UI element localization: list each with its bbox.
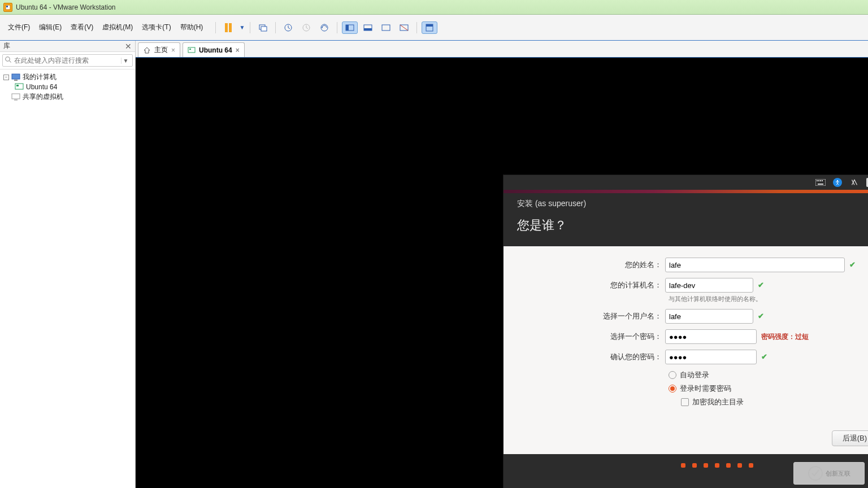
view-fullwidth-icon[interactable] — [360, 21, 376, 34]
svg-rect-27 — [817, 180, 818, 181]
search-dropdown-icon[interactable]: ▼ — [121, 58, 130, 64]
vm-display[interactable]: En 安装 (as superuser) 您是谁？ 您的姓名： ✔ 您的计算机名 — [136, 58, 868, 488]
user-input[interactable] — [665, 309, 753, 324]
installer-heading: 您是谁？ — [504, 209, 868, 246]
window-title: Ubuntu 64 - VMware Workstation — [16, 3, 116, 11]
view-unity-icon[interactable] — [396, 21, 412, 34]
content-area: 主页 × Ubuntu 64 × En — [136, 41, 868, 488]
view-library-icon[interactable] — [422, 21, 437, 34]
window-titlebar: Ubuntu 64 - VMware Workstation — [0, 0, 868, 15]
search-input[interactable] — [14, 56, 119, 64]
tab-home-label: 主页 — [154, 45, 168, 55]
watermark-text: 创新互联 — [826, 470, 850, 477]
tab-vm-close-icon[interactable]: × — [236, 46, 240, 54]
password-label: 选择一个密码： — [517, 332, 665, 342]
tree-item-label: Ubuntu 64 — [26, 83, 57, 91]
app-icon — [3, 3, 12, 12]
password-input[interactable] — [665, 329, 757, 344]
sidebar-close-icon[interactable]: ✕ — [125, 42, 132, 51]
watermark: 创新互联 — [793, 462, 865, 485]
tree-shared-vms[interactable]: 共享的虚拟机 — [3, 91, 132, 102]
tree-collapse-icon[interactable]: − — [3, 75, 9, 80]
installer-body: 您的姓名： ✔ 您的计算机名： ✔ 与其他计算机联络时使用的名称。 选择一个用户… — [504, 246, 868, 454]
accessibility-icon[interactable] — [832, 177, 843, 188]
shared-icon — [11, 93, 20, 101]
svg-rect-22 — [12, 94, 20, 99]
pause-dropdown[interactable]: ▼ — [238, 24, 245, 30]
user-label: 选择一个用户名： — [517, 311, 665, 321]
svg-rect-18 — [12, 74, 20, 79]
svg-rect-25 — [189, 49, 191, 50]
network-icon[interactable] — [849, 177, 860, 188]
view-fullscreen-icon[interactable] — [378, 21, 394, 34]
toolbar-sep — [215, 22, 216, 33]
checkbox-encrypt-home[interactable] — [681, 398, 689, 406]
option-auto-login-label: 自动登录 — [680, 370, 709, 380]
tab-ubuntu64[interactable]: Ubuntu 64 × — [183, 42, 245, 57]
search-box[interactable]: ▼ — [2, 54, 133, 67]
pause-button[interactable] — [220, 21, 236, 34]
snapshot-revert-icon[interactable] — [298, 21, 314, 34]
tab-strip: 主页 × Ubuntu 64 × — [136, 41, 868, 58]
svg-rect-28 — [818, 180, 819, 181]
vm-icon — [15, 83, 24, 91]
svg-rect-11 — [382, 25, 390, 30]
host-check-icon: ✔ — [758, 281, 767, 290]
name-input[interactable] — [665, 258, 845, 272]
radio-require-password[interactable] — [669, 385, 676, 393]
view-console-icon[interactable] — [342, 21, 358, 34]
host-hint: 与其他计算机联络时使用的名称。 — [669, 295, 868, 303]
svg-point-32 — [837, 180, 838, 181]
svg-rect-8 — [346, 25, 349, 30]
host-label: 您的计算机名： — [517, 280, 665, 290]
svg-rect-24 — [188, 47, 195, 53]
menu-edit[interactable]: 编辑(E) — [34, 21, 66, 33]
menu-vm[interactable]: 虚拟机(M) — [98, 21, 137, 33]
svg-rect-3 — [261, 27, 267, 31]
svg-point-16 — [6, 57, 10, 62]
tree-item-ubuntu64[interactable]: Ubuntu 64 — [3, 82, 132, 91]
snapshot-manager-icon[interactable] — [316, 21, 332, 34]
back-button[interactable]: 后退(B) — [832, 430, 868, 446]
svg-rect-19 — [14, 80, 18, 81]
menu-view[interactable]: 查看(V) — [66, 21, 98, 33]
tab-home-close-icon[interactable]: × — [171, 46, 175, 54]
svg-line-17 — [10, 61, 11, 63]
option-require-password-label: 登录时需要密码 — [680, 384, 731, 394]
password-confirm-check-icon: ✔ — [761, 352, 770, 361]
toolbar: ▼ — [211, 21, 868, 34]
computer-icon — [11, 73, 20, 81]
menu-file[interactable]: 文件(F) — [3, 21, 34, 33]
svg-rect-23 — [14, 99, 18, 101]
svg-rect-1 — [6, 6, 8, 7]
user-check-icon: ✔ — [758, 312, 767, 321]
ubuntu-installer-window: En 安装 (as superuser) 您是谁？ 您的姓名： ✔ 您的计算机名 — [503, 175, 868, 488]
menu-tabs[interactable]: 选项卡(T) — [137, 21, 175, 33]
tab-vm-label: Ubuntu 64 — [199, 46, 232, 54]
tab-home[interactable]: 主页 × — [138, 42, 180, 57]
send-ctrl-alt-del-icon[interactable] — [255, 21, 271, 34]
library-sidebar: 库 ✕ ▼ − 我的计算机 Ubuntu 64 — [0, 41, 136, 488]
radio-auto-login[interactable] — [669, 371, 676, 379]
password-confirm-label: 确认您的密码： — [517, 352, 665, 362]
svg-rect-29 — [820, 180, 821, 181]
sidebar-title: 库 — [3, 41, 10, 51]
svg-rect-31 — [818, 184, 823, 185]
option-require-password[interactable]: 登录时需要密码 — [669, 384, 868, 394]
menu-help[interactable]: 帮助(H) — [176, 21, 208, 33]
snapshot-icon[interactable] — [280, 21, 296, 34]
tree-root-mycomputer[interactable]: − 我的计算机 — [3, 72, 132, 82]
library-tree: − 我的计算机 Ubuntu 64 共享的虚拟机 — [0, 69, 135, 104]
search-icon — [5, 55, 12, 66]
option-encrypt-home[interactable]: 加密我的主目录 — [681, 397, 868, 407]
keyboard-icon[interactable] — [815, 177, 826, 188]
name-check-icon: ✔ — [849, 260, 858, 269]
option-auto-login[interactable]: 自动登录 — [669, 370, 868, 380]
option-encrypt-home-label: 加密我的主目录 — [692, 397, 744, 407]
menubar: 文件(F) 编辑(E) 查看(V) 虚拟机(M) 选项卡(T) 帮助(H) — [0, 21, 211, 34]
svg-line-13 — [400, 25, 408, 30]
svg-rect-30 — [822, 180, 823, 181]
password-confirm-input[interactable] — [665, 350, 757, 364]
host-input[interactable] — [665, 278, 753, 293]
vm-tab-icon — [188, 46, 196, 54]
